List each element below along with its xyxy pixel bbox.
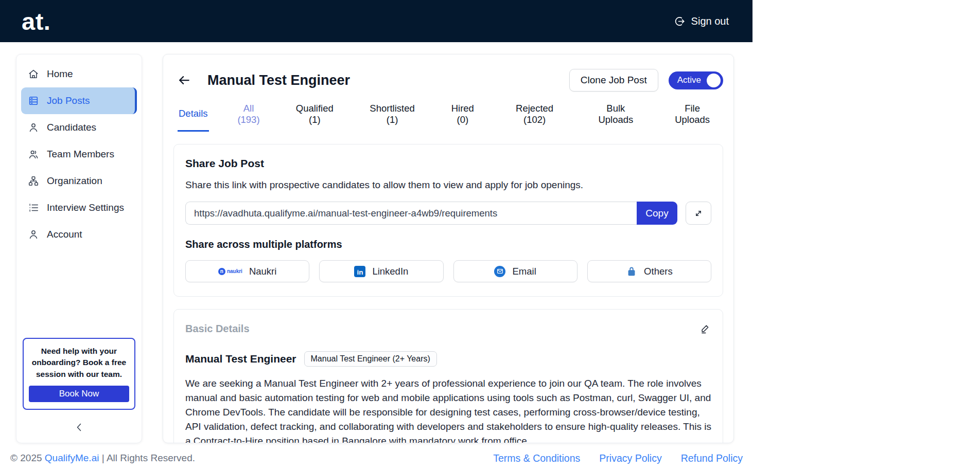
share-others-button[interactable]: Others [587,260,711,282]
list-settings-icon [28,202,39,213]
job-description: We are seeking a Manual Test Engineer wi… [185,376,711,443]
expand-url-button[interactable] [686,202,711,225]
job-post-header: Manual Test Engineer Clone Job Post Acti… [173,69,723,92]
sidebar-item-job-posts[interactable]: Job Posts [21,87,137,114]
sidebar-item-team-members[interactable]: Team Members [16,141,142,168]
sign-out-label: Sign out [691,15,729,27]
sign-out-button[interactable]: Sign out [674,15,729,27]
tab-all[interactable]: All (193) [231,103,267,132]
collapse-sidebar-button[interactable] [68,420,91,434]
sidebar-item-candidates[interactable]: Candidates [16,114,142,141]
sidebar-item-label: Organization [47,175,102,187]
onboarding-help-box: Need help with your onboarding? Book a f… [23,338,135,410]
footer-links: Terms & Conditions Privacy Policy Refund… [493,452,743,464]
page-title: Manual Test Engineer [207,73,350,88]
job-experience-badge: Manual Test Engineer (2+ Years) [304,351,437,367]
edit-basic-details-button[interactable] [698,322,711,335]
share-section-title: Share Job Post [185,157,711,170]
clone-job-post-button[interactable]: Clone Job Post [569,69,658,92]
job-post-tabs: Details All (193) Qualified (1) Shortlis… [173,103,723,132]
job-post-panel: Manual Test Engineer Clone Job Post Acti… [163,54,734,443]
sidebar-item-account[interactable]: Account [16,221,142,248]
platform-buttons-row: n naukri Naukri in LinkedIn [185,260,711,282]
share-linkedin-button[interactable]: in LinkedIn [319,260,443,282]
toggle-label: Active [677,75,701,85]
share-description: Share this link with prospective candida… [185,179,711,191]
footer: © 2025 QualifyMe.ai | All Rights Reserve… [0,448,752,471]
job-title: Manual Test Engineer [185,353,296,365]
sidebar-item-interview-settings[interactable]: Interview Settings [16,194,142,221]
share-url-row: Copy [185,202,711,225]
copyright-text: © 2025 QualifyMe.ai | All Rights Reserve… [10,452,195,464]
platform-label: Email [512,266,536,277]
sidebar-item-home[interactable]: Home [16,61,142,87]
job-posts-icon [28,95,39,106]
platform-label: LinkedIn [372,266,408,277]
copy-url-button[interactable]: Copy [637,202,677,225]
back-button[interactable] [173,73,195,88]
person-icon [28,229,39,240]
platform-label: Others [644,266,673,277]
home-icon [28,68,39,80]
sidebar-item-organization[interactable]: Organization [16,168,142,194]
pencil-edit-icon [699,323,710,334]
book-now-button[interactable]: Book Now [29,386,129,402]
brand-logo: at. [22,9,50,33]
sidebar-item-label: Home [47,68,73,80]
platform-label: Naukri [249,266,276,277]
tab-qualified[interactable]: Qualified (1) [288,103,341,132]
privacy-policy-link[interactable]: Privacy Policy [599,452,661,464]
naukri-icon: n naukri [218,268,242,275]
header-actions: Clone Job Post Active [569,69,723,92]
sidebar-item-label: Team Members [47,149,114,160]
tab-details[interactable]: Details [178,103,209,132]
tab-file-uploads[interactable]: File Uploads [666,103,719,132]
top-navbar: at. Sign out [0,0,752,42]
share-naukri-button[interactable]: n naukri Naukri [185,260,309,282]
app-window: at. Sign out Home [0,0,752,471]
logout-icon [674,15,686,27]
back-arrow-icon [177,73,192,88]
basic-details-title: Basic Details [185,323,250,335]
toggle-knob [707,74,721,87]
qualifyme-link[interactable]: QualifyMe.ai [45,452,99,463]
org-chart-icon [28,175,39,187]
sidebar-item-label: Account [47,229,82,240]
share-email-button[interactable]: Email [453,260,577,282]
sidebar: Home Job Posts Candidates [16,54,142,443]
linkedin-icon: in [354,266,365,277]
person-icon [28,122,39,133]
sidebar-item-label: Interview Settings [47,202,124,213]
others-bag-icon [626,266,637,277]
platforms-section-title: Share across multiple platforms [185,239,711,250]
email-icon [494,266,505,277]
basic-details-card: Basic Details Manual Test Engineer Manua… [173,309,723,443]
tab-hired[interactable]: Hired (0) [444,103,482,132]
expand-diagonal-icon [693,208,704,219]
tab-shortlisted[interactable]: Shortlisted (1) [362,103,422,132]
sidebar-item-label: Job Posts [47,95,90,106]
content-area: Home Job Posts Candidates [0,42,752,448]
chevron-left-icon [73,421,85,433]
tab-bulk-uploads[interactable]: Bulk Uploads [587,103,644,132]
people-icon [28,149,39,160]
job-title-row: Manual Test Engineer Manual Test Enginee… [185,351,711,367]
active-status-toggle[interactable]: Active [669,71,723,89]
share-job-post-card: Share Job Post Share this link with pros… [173,144,723,297]
terms-conditions-link[interactable]: Terms & Conditions [493,452,580,464]
refund-policy-link[interactable]: Refund Policy [681,452,743,464]
sidebar-item-label: Candidates [47,122,96,133]
job-post-url-input[interactable] [185,202,637,225]
onboarding-help-text: Need help with your onboarding? Book a f… [29,346,129,380]
tab-rejected[interactable]: Rejected (102) [503,103,566,132]
